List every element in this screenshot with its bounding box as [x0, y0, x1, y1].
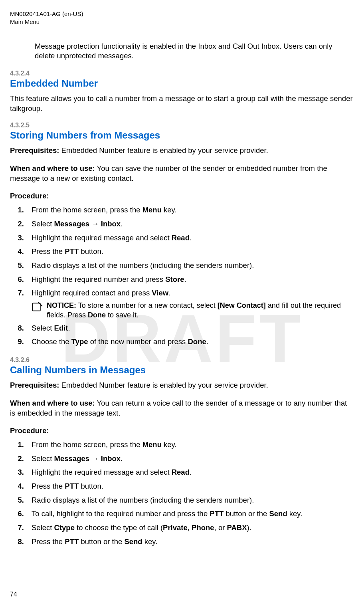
- step-bold: Read: [172, 468, 190, 476]
- step-text: ,: [188, 523, 192, 532]
- list-item: Highlight required contact and press Vie…: [26, 287, 354, 320]
- section-number: 4.3.2.4: [10, 70, 354, 77]
- prereq-label: Prerequisites:: [10, 146, 59, 154]
- step-text: Select: [32, 454, 54, 463]
- step-text: key.: [162, 440, 177, 449]
- step-text: Select: [32, 523, 54, 532]
- list-item: Select Messages → Inbox.: [26, 218, 354, 230]
- step-text: Press the: [32, 537, 65, 546]
- step-text: .: [68, 324, 70, 332]
- step-bold: Phone: [192, 523, 214, 532]
- list-item: Highlight the required message and selec…: [26, 232, 354, 244]
- intro-paragraph: Message protection functionality is enab…: [35, 42, 354, 61]
- step-text: .: [184, 275, 186, 283]
- list-item: Press the PTT button.: [26, 246, 354, 257]
- step-text: of the new number and press: [88, 337, 188, 346]
- notice-icon: [32, 301, 43, 313]
- step-bold: Type: [71, 337, 88, 346]
- step-text: Highlight the required message and selec…: [32, 234, 172, 242]
- step-text: .: [190, 234, 192, 242]
- notice-part: to save it.: [106, 311, 138, 319]
- step-bold: PTT: [210, 509, 224, 518]
- prereq-text: Embedded Number feature is enabled by yo…: [59, 381, 268, 389]
- step-text: button.: [79, 482, 103, 490]
- list-item: To call, highlight to the required numbe…: [26, 508, 354, 520]
- notice-bold: Done: [88, 311, 106, 319]
- list-item: Select Edit.: [26, 323, 354, 334]
- list-item: Highlight the required number and press …: [26, 274, 354, 285]
- step-text: .: [206, 337, 208, 346]
- step-bold: Ctype: [54, 523, 75, 532]
- step-text: key.: [162, 206, 177, 214]
- list-item: Choose the Type of the new number and pr…: [26, 336, 354, 348]
- step-bold: Read: [172, 234, 190, 242]
- section-number: 4.3.2.5: [10, 122, 354, 129]
- step-bold: Send: [269, 509, 287, 518]
- step-text: key.: [287, 509, 303, 518]
- when-where: When and where to use: You can save the …: [10, 164, 354, 184]
- step-text: Select: [32, 220, 54, 228]
- notice-block: NOTICE: To store a number for a new cont…: [32, 301, 354, 320]
- notice-bold: [New Contact]: [218, 301, 266, 309]
- notice-part: To store a number for a new contact, sel…: [76, 301, 218, 309]
- step-text: Radio displays a list of the numbers (in…: [32, 261, 254, 269]
- step-arrow: →: [89, 454, 101, 463]
- list-item: Radio displays a list of the numbers (in…: [26, 260, 354, 271]
- section-title-calling-numbers: Calling Numbers in Messages: [10, 364, 354, 376]
- step-bold: Done: [188, 337, 206, 346]
- svg-rect-0: [33, 303, 40, 311]
- step-text: Choose the: [32, 337, 71, 346]
- procedure-label: Procedure:: [10, 192, 354, 200]
- page-header: MN002041A01-AG (en-US) Main Menu: [10, 10, 354, 26]
- step-bold: Private: [163, 523, 188, 532]
- step-bold: PTT: [65, 247, 79, 255]
- step-text: Highlight the required message and selec…: [32, 468, 172, 476]
- step-bold: Messages: [54, 220, 89, 228]
- step-text: ).: [247, 523, 251, 532]
- step-text: button.: [79, 247, 103, 255]
- step-text: button or the: [79, 537, 124, 546]
- step-text: .: [190, 468, 192, 476]
- list-item: From the home screen, press the Menu key…: [26, 439, 354, 451]
- step-bold: Inbox: [101, 454, 121, 463]
- page-number: 74: [10, 591, 17, 598]
- procedure-label: Procedure:: [10, 426, 354, 435]
- step-bold: View: [152, 289, 168, 297]
- step-text: Highlight the required number and press: [32, 275, 165, 283]
- procedure-list: From the home screen, press the Menu key…: [26, 204, 354, 348]
- list-item: Radio displays a list of the numbers (in…: [26, 495, 354, 506]
- list-item: Select Messages → Inbox.: [26, 453, 354, 465]
- step-bold: Send: [124, 537, 142, 546]
- step-arrow: →: [89, 220, 101, 228]
- step-text: Press the: [32, 247, 65, 255]
- step-text: Select: [32, 324, 54, 332]
- prerequisites: Prerequisites: Embedded Number feature i…: [10, 146, 354, 156]
- list-item: Press the PTT button.: [26, 481, 354, 492]
- step-text: , or: [214, 523, 227, 532]
- list-item: Press the PTT button or the Send key.: [26, 536, 354, 548]
- step-bold: Inbox: [101, 220, 121, 228]
- step-text: .: [121, 220, 123, 228]
- step-text: .: [121, 454, 123, 463]
- step-text: From the home screen, press the: [32, 206, 142, 214]
- step-text: Highlight required contact and press: [32, 289, 152, 297]
- list-item: Highlight the required message and selec…: [26, 467, 354, 478]
- procedure-list: From the home screen, press the Menu key…: [26, 439, 354, 547]
- step-text: button or the: [224, 509, 269, 518]
- step-bold: Messages: [54, 454, 89, 463]
- list-item: From the home screen, press the Menu key…: [26, 204, 354, 216]
- step-text: .: [168, 289, 170, 297]
- prereq-label: Prerequisites:: [10, 381, 59, 389]
- section-title-embedded-number: Embedded Number: [10, 78, 354, 89]
- step-bold: PTT: [65, 482, 79, 490]
- section-body: This feature allows you to call a number…: [10, 94, 354, 114]
- step-bold: PABX: [227, 523, 247, 532]
- doc-id: MN002041A01-AG (en-US): [10, 10, 83, 17]
- step-bold: Menu: [142, 206, 162, 214]
- step-text: From the home screen, press the: [32, 440, 142, 449]
- prereq-text: Embedded Number feature is enabled by yo…: [59, 146, 268, 154]
- when-label: When and where to use:: [10, 399, 95, 407]
- step-bold: Edit: [54, 324, 68, 332]
- step-text: key.: [142, 537, 158, 546]
- step-bold: Store: [165, 275, 184, 283]
